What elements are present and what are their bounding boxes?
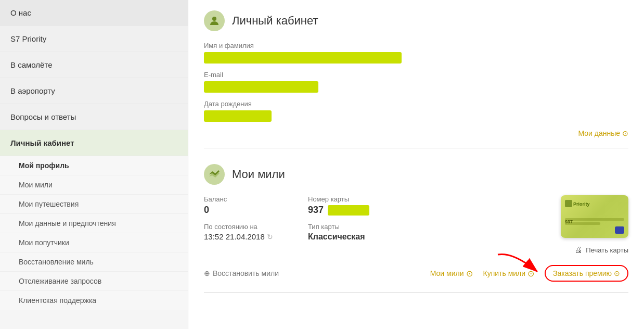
order-premium-link[interactable]: Заказать премию ⊙ — [545, 265, 628, 282]
my-miles-link[interactable]: Мои мили ⊙ — [430, 269, 473, 279]
miles-icon — [204, 164, 225, 185]
my-data-link[interactable]: Мои данные ⊙ — [578, 129, 628, 137]
buy-miles-arrow: ⊙ — [527, 269, 534, 279]
card-number-on-card: 937 — [565, 219, 573, 224]
miles-card-area: Priority 937 🖨 Печать карты — [561, 195, 628, 255]
personal-section: Личный кабинет Имя и фамилия E-mail Дата… — [204, 10, 628, 148]
my-data-link-container: Мои данные ⊙ — [204, 129, 628, 137]
card-line-1 — [565, 218, 624, 221]
card-type-label: Тип карты — [308, 223, 443, 231]
date-label: По состоянию на — [204, 223, 308, 231]
birthday-value-bar — [204, 110, 272, 122]
sidebar-item-v-samolete[interactable]: В самолёте — [0, 52, 188, 78]
sidebar-item-s7-priority[interactable]: S7 Priority — [0, 26, 188, 52]
sidebar-subitem-otslezhivanie[interactable]: Отслеживание запросов — [0, 272, 188, 291]
sidebar-item-voprosy[interactable]: Вопросы и ответы — [0, 104, 188, 130]
card-number-group: Номер карты 937 — [308, 195, 443, 216]
date-group: По состоянию на 13:52 21.04.2018 ↻ — [204, 223, 308, 242]
user-icon — [204, 10, 225, 31]
miles-section: Мои мили Баланс 0 Номер карты 937 — [204, 164, 628, 293]
main-content: Личный кабинет Имя и фамилия E-mail Дата… — [188, 0, 644, 329]
card-number-label: Номер карты — [308, 195, 443, 203]
card-image: Priority 937 — [561, 195, 628, 238]
miles-title: Мои мили — [232, 168, 285, 181]
balance-group: Баланс 0 — [204, 195, 308, 216]
sidebar-item-v-aeroportu[interactable]: В аэропорту — [0, 78, 188, 104]
order-premium-container: Заказать премию ⊙ — [545, 265, 628, 282]
restore-icon: ⊕ — [204, 269, 210, 277]
date-value: 13:52 21.04.2018 ↻ — [204, 232, 308, 241]
name-label: Имя и фамилия — [204, 42, 628, 49]
sidebar-subitem-moi-poputchiki[interactable]: Мои попутчики — [0, 233, 188, 252]
print-icon: 🖨 — [574, 245, 583, 255]
svg-rect-1 — [565, 200, 572, 207]
card-type-value: Классическая — [308, 232, 443, 242]
svg-point-0 — [212, 17, 216, 21]
personal-title: Личный кабинет — [232, 14, 318, 28]
birthday-label: Дата рождения — [204, 100, 628, 108]
name-value-bar — [204, 52, 402, 64]
card-logo: Priority — [565, 199, 596, 209]
card-chip — [615, 226, 624, 234]
name-field-group: Имя и фамилия — [204, 42, 628, 64]
sidebar-item-o-nas[interactable]: О нас — [0, 0, 188, 26]
balance-label: Баланс — [204, 195, 308, 203]
sidebar: О нас S7 Priority В самолёте В аэропорту… — [0, 0, 188, 329]
sidebar-subitem-klientskaya[interactable]: Клиентская поддержка — [0, 291, 188, 310]
sidebar-item-lichny-kabinet[interactable]: Личный кабинет — [0, 130, 188, 156]
refresh-icon[interactable]: ↻ — [267, 233, 273, 241]
restore-miles-link[interactable]: ⊕ Восстановить мили — [204, 269, 279, 277]
email-label: E-mail — [204, 71, 628, 79]
birthday-field-group: Дата рождения — [204, 100, 628, 122]
email-value-bar — [204, 81, 318, 93]
my-miles-arrow: ⊙ — [466, 269, 473, 279]
card-lines — [565, 218, 624, 226]
email-field-group: E-mail — [204, 71, 628, 93]
balance-value: 0 — [204, 205, 308, 216]
sidebar-subitem-moi-puteshestviya[interactable]: Мои путешествия — [0, 195, 188, 214]
sidebar-subitem-moy-profil[interactable]: Мой профиль — [0, 156, 188, 175]
miles-header: Мои мили — [204, 164, 628, 185]
card-type-group: Тип карты Классическая — [308, 223, 443, 242]
print-card-link[interactable]: 🖨 Печать карты — [574, 245, 628, 255]
buy-miles-link[interactable]: Купить мили ⊙ — [483, 269, 535, 279]
sidebar-subitem-moi-dannye[interactable]: Мои данные и предпочтения — [0, 214, 188, 233]
card-number-value: 937 — [308, 205, 443, 216]
order-premium-arrow: ⊙ — [614, 269, 620, 277]
actions-row: ⊕ Восстановить мили Мои мили ⊙ Купить ми… — [204, 265, 628, 282]
svg-text:Priority: Priority — [573, 201, 590, 207]
sidebar-subitem-moi-mili[interactable]: Мои мили — [0, 175, 188, 195]
card-number-bar — [328, 205, 369, 216]
sidebar-subitem-vosstanovlenie[interactable]: Восстановление миль — [0, 252, 188, 272]
personal-header: Личный кабинет — [204, 10, 628, 31]
